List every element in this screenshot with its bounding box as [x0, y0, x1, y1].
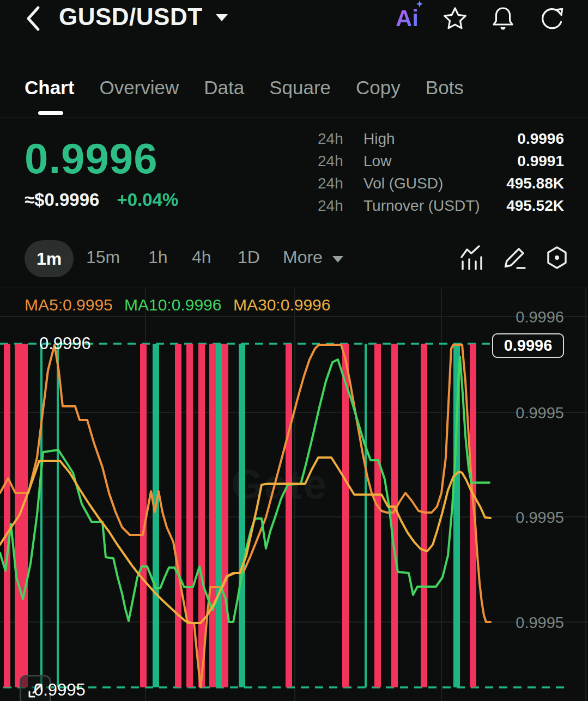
candle-down	[421, 344, 427, 687]
candle-up	[365, 344, 367, 687]
candle-down	[222, 344, 228, 687]
low-line-label: 0.9995	[34, 680, 86, 700]
current-price-tag: 0.9996	[492, 333, 564, 358]
candle-down	[186, 344, 193, 687]
candle-down	[391, 344, 398, 687]
candle-up	[239, 344, 245, 687]
ma5-label[interactable]: MA5:0.9995	[25, 296, 113, 314]
trading-app-screen: GUSD/USDT Ai Chart Overview Data Square …	[0, 0, 588, 701]
candle-down	[175, 344, 181, 687]
candle-down	[342, 344, 349, 687]
axis-label-4: 0.9995	[516, 614, 564, 632]
high-line-label: 0.9996	[39, 334, 91, 353]
ma30-label[interactable]: MA30:0.9996	[233, 296, 330, 314]
candle-up	[453, 344, 460, 687]
axis-label-1: 0.9996	[516, 308, 564, 326]
axis-label-3: 0.9995	[516, 509, 564, 527]
candle-down	[286, 344, 292, 687]
candle-up	[153, 344, 159, 687]
ma10-label[interactable]: MA10:0.9996	[124, 296, 221, 314]
candle-down	[4, 344, 10, 687]
candle-down	[209, 344, 216, 687]
candle-up	[57, 344, 59, 687]
candle-up	[216, 344, 222, 687]
candle-down	[374, 344, 381, 687]
candle-up	[40, 344, 43, 687]
candle-down	[198, 344, 205, 687]
axis-label-2: 0.9995	[516, 404, 564, 422]
candle-down	[21, 344, 28, 687]
